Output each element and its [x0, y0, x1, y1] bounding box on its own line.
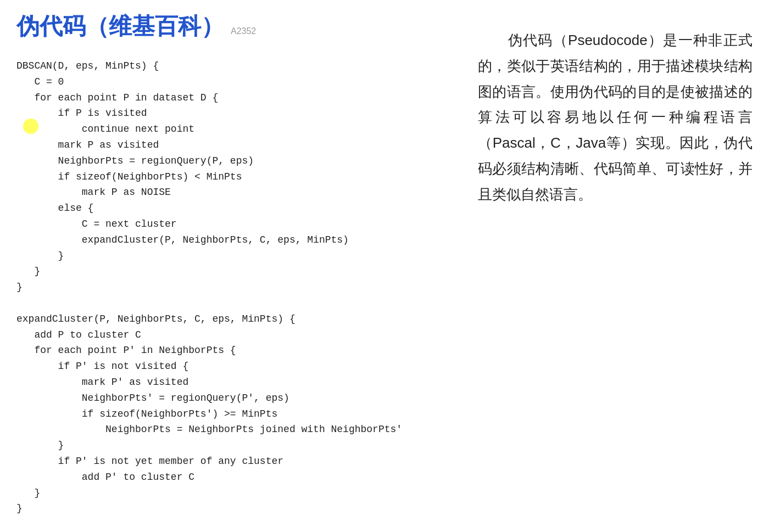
description-text: 伪代码（Pseudocode）是一种非正式的，类似于英语结构的，用于描述模块结构… — [478, 27, 753, 208]
left-panel: 伪代码（维基百科） A2352 DBSCAN(D, eps, MinPts) {… — [16, 11, 456, 532]
page-title: 伪代码（维基百科） A2352 — [16, 11, 445, 42]
title-text: 伪代码（维基百科） — [16, 11, 224, 42]
code-area: DBSCAN(D, eps, MinPts) { C = 0 for each … — [16, 58, 445, 532]
right-panel: 伪代码（Pseudocode）是一种非正式的，类似于英语结构的，用于描述模块结构… — [456, 11, 753, 532]
page-container: 伪代码（维基百科） A2352 DBSCAN(D, eps, MinPts) {… — [0, 0, 769, 532]
title-badge: A2352 — [231, 26, 256, 36]
pseudocode-block: DBSCAN(D, eps, MinPts) { C = 0 for each … — [16, 58, 445, 532]
